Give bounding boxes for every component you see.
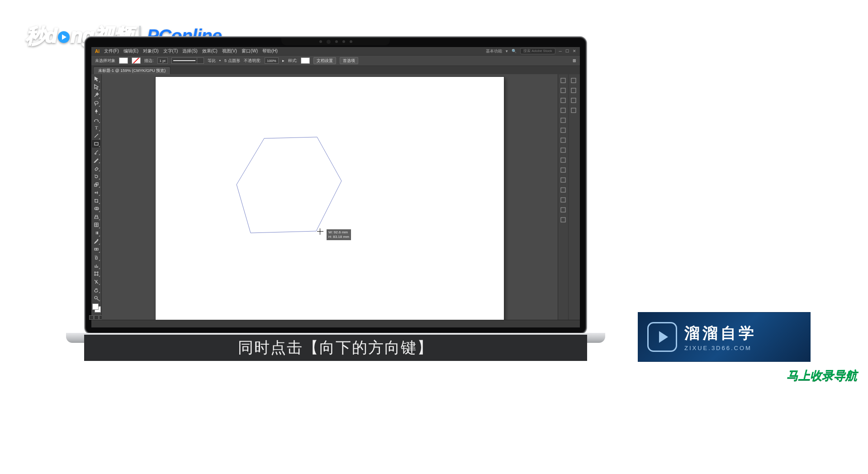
brushes-icon[interactable] bbox=[560, 127, 567, 134]
column-graph-tool[interactable] bbox=[92, 262, 100, 270]
properties-icon[interactable] bbox=[560, 77, 567, 84]
perspective-grid-tool[interactable] bbox=[92, 213, 100, 221]
links-icon[interactable] bbox=[570, 107, 577, 114]
menu-效果[interactable]: 效果(C) bbox=[202, 48, 218, 54]
svg-point-20 bbox=[95, 255, 96, 256]
wm-prefix: 秒d bbox=[26, 23, 57, 49]
asset-export-icon[interactable] bbox=[560, 206, 567, 213]
direct-selection-tool[interactable] bbox=[92, 83, 100, 91]
gradient-panel-icon[interactable] bbox=[560, 156, 567, 164]
lasso-tool[interactable] bbox=[92, 100, 100, 107]
shaper-tool[interactable] bbox=[92, 156, 100, 164]
slice-tool[interactable] bbox=[92, 278, 100, 285]
layers-icon[interactable] bbox=[560, 196, 567, 204]
mesh-tool[interactable] bbox=[92, 221, 100, 229]
brush-definition[interactable]: 5 点圆形 bbox=[224, 58, 240, 64]
selection-tool[interactable] bbox=[92, 75, 100, 83]
maximize-button[interactable]: ☐ bbox=[565, 49, 569, 53]
svg-rect-32 bbox=[561, 148, 565, 152]
svg-rect-18 bbox=[95, 257, 97, 259]
free-transform-tool[interactable] bbox=[92, 197, 100, 204]
artboard-tool[interactable] bbox=[92, 270, 100, 278]
canvas-area[interactable]: W: 92.6 mm H: 83.18 mm bbox=[102, 74, 558, 320]
swatches-icon[interactable] bbox=[560, 117, 567, 124]
menu-文字[interactable]: 文字(T) bbox=[163, 48, 178, 54]
rectangle-tool[interactable] bbox=[92, 140, 100, 148]
subtitle-text: 同时点击【向下的方向键】 bbox=[238, 337, 433, 358]
graphic-styles-icon[interactable] bbox=[560, 186, 567, 194]
hand-tool[interactable] bbox=[92, 286, 100, 294]
search-icon[interactable]: 🔍 bbox=[512, 49, 517, 53]
graphic-style-swatch[interactable] bbox=[301, 57, 310, 64]
workspace: T W: 92.6 mm H: 83.18 mm bbox=[91, 74, 580, 320]
svg-point-23 bbox=[95, 296, 97, 299]
stroke-weight-input[interactable]: 1 pt bbox=[157, 57, 168, 64]
measurement-tooltip: W: 92.6 mm H: 83.18 mm bbox=[327, 229, 351, 240]
type-tool[interactable]: T bbox=[92, 124, 100, 132]
curvature-tool[interactable] bbox=[92, 116, 100, 123]
eraser-tool[interactable] bbox=[92, 164, 100, 172]
stroke-panel-icon[interactable] bbox=[560, 147, 567, 154]
chevron-down-icon[interactable]: ▾ bbox=[506, 49, 508, 53]
color-guide-icon[interactable] bbox=[560, 107, 567, 114]
opacity-input[interactable]: 100% bbox=[265, 57, 278, 64]
rotate-tool[interactable] bbox=[92, 172, 100, 180]
menu-视图[interactable]: 视图(V) bbox=[222, 48, 237, 54]
svg-rect-22 bbox=[95, 272, 98, 275]
menu-选择[interactable]: 选择(S) bbox=[182, 48, 197, 54]
artboards-icon[interactable] bbox=[560, 216, 567, 223]
menu-文件[interactable]: 文件(F) bbox=[104, 48, 119, 54]
app-logo: Ai bbox=[95, 49, 100, 54]
width-tool[interactable] bbox=[92, 189, 100, 196]
symbols-icon[interactable] bbox=[560, 137, 567, 144]
preferences-button[interactable]: 首选项 bbox=[340, 57, 358, 64]
shape-builder-tool[interactable] bbox=[92, 205, 100, 213]
style-label: 样式: bbox=[288, 58, 298, 64]
libraries-icon[interactable] bbox=[570, 77, 577, 84]
stroke-swatch[interactable] bbox=[132, 57, 141, 64]
minimize-button[interactable]: ─ bbox=[559, 49, 562, 53]
document-tab[interactable]: 未标题-1 @ 159% (CMYK/GPU 预览) bbox=[93, 66, 171, 74]
fill-stroke-swatches[interactable] bbox=[92, 303, 100, 313]
panel-menu-icon[interactable]: ⊞ bbox=[573, 58, 576, 63]
fill-swatch[interactable] bbox=[119, 57, 128, 64]
scale-tool[interactable] bbox=[92, 180, 100, 188]
pen-tool[interactable] bbox=[92, 108, 100, 115]
line-tool[interactable] bbox=[92, 132, 100, 140]
svg-rect-37 bbox=[561, 198, 565, 202]
svg-rect-28 bbox=[561, 108, 565, 113]
svg-rect-5 bbox=[95, 142, 98, 145]
paragraph-icon[interactable] bbox=[570, 97, 577, 104]
menu-窗口[interactable]: 窗口(W) bbox=[242, 48, 258, 54]
appearance-icon[interactable] bbox=[560, 176, 567, 184]
workspace-switcher[interactable]: 基本功能 bbox=[486, 48, 502, 54]
search-input[interactable]: 搜索 Adobe Stock bbox=[520, 48, 555, 54]
stroke-style-picker[interactable] bbox=[171, 57, 204, 64]
blend-tool[interactable] bbox=[92, 246, 100, 253]
svg-rect-14 bbox=[95, 232, 98, 234]
menu-对象[interactable]: 对象(O) bbox=[143, 48, 158, 54]
eyedropper-tool[interactable] bbox=[92, 237, 100, 245]
svg-point-1 bbox=[94, 121, 95, 122]
tools-panel: T bbox=[91, 74, 102, 320]
menu-编辑[interactable]: 编辑(E) bbox=[123, 48, 138, 54]
menu-帮助[interactable]: 帮助(H) bbox=[262, 48, 278, 54]
document-setup-button[interactable]: 文档设置 bbox=[313, 57, 336, 64]
character-icon[interactable] bbox=[560, 87, 567, 94]
artboard[interactable]: W: 92.6 mm H: 83.18 mm bbox=[156, 77, 504, 320]
char-panel-icon[interactable] bbox=[570, 87, 577, 94]
close-button[interactable]: ✕ bbox=[573, 49, 576, 53]
gradient-tool[interactable] bbox=[92, 229, 100, 237]
play-icon bbox=[647, 322, 677, 352]
symbol-sprayer-tool[interactable] bbox=[92, 254, 100, 261]
app-window: Ai 文件(F)编辑(E)对象(O)文字(T)选择(S)效果(C)视图(V)窗口… bbox=[91, 47, 580, 327]
magic-wand-tool[interactable] bbox=[92, 91, 100, 99]
svg-rect-36 bbox=[561, 188, 565, 192]
zoom-tool[interactable] bbox=[92, 294, 100, 302]
color-mixer-icon[interactable] bbox=[560, 97, 567, 104]
measurement-height: H: 83.18 mm bbox=[328, 235, 349, 239]
opacity-label: 不透明度: bbox=[244, 58, 261, 64]
svg-rect-25 bbox=[561, 78, 565, 83]
paintbrush-tool[interactable] bbox=[92, 148, 100, 156]
transparency-icon[interactable] bbox=[560, 166, 567, 174]
